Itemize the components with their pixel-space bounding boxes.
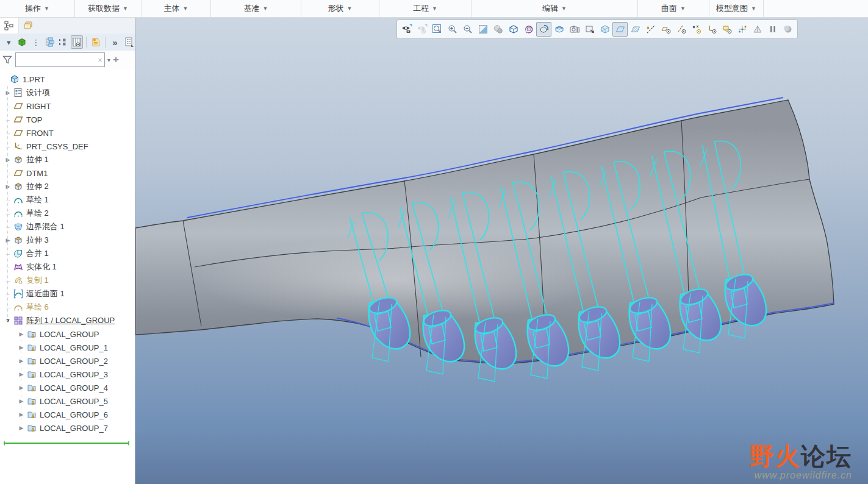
tree-item[interactable]: –逼近曲面 1: [0, 287, 135, 301]
expand-arrow-icon[interactable]: ▶: [17, 425, 26, 431]
expand-arrow-icon[interactable]: ▶: [17, 411, 26, 418]
expand-arrow-icon[interactable]: ▶: [17, 358, 26, 364]
tree-item[interactable]: –边界混合 1: [0, 220, 135, 233]
tree-item[interactable]: –FRONT: [0, 126, 135, 140]
tree-item[interactable]: –草绘 2: [0, 207, 135, 220]
tree-item[interactable]: –DTM1: [0, 166, 135, 180]
expand-arrow-icon[interactable]: ▶: [17, 385, 26, 391]
design-items-icon: [13, 87, 24, 98]
tree-item[interactable]: –合并 1: [0, 247, 135, 260]
menu-9[interactable]: 模型意图▼: [709, 0, 764, 17]
annotations-button[interactable]: [90, 35, 102, 49]
tree-item[interactable]: –复制 1: [0, 274, 135, 287]
collapse-all-button[interactable]: [57, 35, 69, 49]
shading-button[interactable]: [490, 22, 506, 37]
tree-item[interactable]: –RIGHT: [0, 99, 135, 113]
tree-root-item[interactable]: 1.PRT: [0, 73, 135, 86]
menu-2[interactable]: 获取数据▼: [75, 0, 142, 17]
menu-label: 操作: [25, 3, 41, 14]
tree-item[interactable]: –TOP: [0, 113, 135, 126]
datum-plane-icon: [13, 114, 24, 125]
show-list-arrow-button[interactable]: ▾: [2, 35, 15, 49]
group-icon: [26, 422, 37, 433]
tree-columns-button[interactable]: [71, 35, 83, 49]
plane-display-icon: [615, 24, 626, 35]
more-chevrons-button[interactable]: »: [109, 35, 121, 49]
expand-arrow-icon[interactable]: ▶: [17, 398, 26, 404]
display-box-button[interactable]: [597, 22, 612, 37]
display-style-button[interactable]: [506, 22, 521, 37]
pause-button[interactable]: [765, 22, 780, 37]
part-icon: [9, 74, 21, 85]
tree-item[interactable]: ▶拉伸 2: [0, 180, 135, 193]
tree-item[interactable]: –PRT_CSYS_DEF: [0, 140, 135, 153]
visible-views-button[interactable]: [399, 22, 414, 37]
model-cube-button[interactable]: [16, 35, 28, 49]
filter-clear-icon[interactable]: ×: [96, 55, 104, 65]
group-icon: [26, 369, 37, 380]
graphics-viewport[interactable]: 野火论坛 www.proewildfire.cn: [135, 18, 868, 484]
repaint-button[interactable]: [475, 22, 490, 37]
view-images-button[interactable]: [567, 22, 582, 37]
separator-dots-button[interactable]: ⋮: [30, 35, 42, 49]
point-display-button[interactable]: [689, 22, 704, 37]
tree-item[interactable]: ▶拉伸 1: [0, 153, 135, 166]
dragger-button[interactable]: [750, 22, 765, 37]
expand-all-button[interactable]: [43, 35, 56, 49]
clip-button[interactable]: [780, 22, 795, 37]
expand-arrow-icon[interactable]: ▶: [4, 157, 12, 163]
tree-filter-input[interactable]: [16, 54, 96, 66]
menu-caret-icon: ▼: [183, 5, 188, 12]
annotation-display-button[interactable]: [719, 22, 734, 37]
saved-orientations-button[interactable]: [521, 22, 536, 37]
expand-arrow-icon[interactable]: ▶: [4, 237, 12, 243]
menu-5[interactable]: 形状▼: [301, 0, 379, 17]
expand-arrow-icon[interactable]: ▶: [4, 183, 12, 190]
tree-item[interactable]: –草绘 1: [0, 193, 135, 207]
merge-icon: [13, 248, 24, 259]
group-icon: [26, 422, 38, 433]
tree-item[interactable]: ▶设计项: [0, 86, 135, 99]
folder-browser-tab[interactable]: [19, 18, 37, 34]
recent-views-button[interactable]: [414, 22, 429, 37]
zoom-in-button[interactable]: [445, 22, 460, 37]
menu-4[interactable]: 基准▼: [211, 0, 301, 17]
axis-tag-display-button[interactable]: [673, 22, 689, 37]
tree-options-button[interactable]: [123, 35, 135, 49]
insertion-locator[interactable]: [3, 437, 135, 448]
zoom-refit-button[interactable]: [429, 22, 445, 37]
menu-6[interactable]: 工程▼: [379, 0, 472, 17]
csys-display-button[interactable]: [704, 22, 719, 37]
3d-model-canvas[interactable]: [135, 18, 868, 484]
menu-8[interactable]: 曲面▼: [638, 0, 709, 17]
expand-arrow-icon[interactable]: ▶: [17, 331, 26, 337]
spin-center-button[interactable]: [734, 22, 750, 37]
collapse-arrow-icon[interactable]: ▼: [4, 318, 12, 324]
tree-stub: –: [4, 196, 12, 204]
zoom-out-button[interactable]: [460, 22, 475, 37]
model-tree-tab[interactable]: [0, 18, 19, 34]
plane-display-button[interactable]: [612, 22, 628, 37]
filter-funnel-icon[interactable]: [2, 54, 13, 65]
section-view-button[interactable]: [551, 22, 567, 37]
menu-1[interactable]: 操作▼: [0, 0, 75, 17]
tree-item[interactable]: –实体化 1: [0, 260, 135, 274]
filter-dropdown-icon[interactable]: ▾: [107, 57, 110, 63]
tree-item[interactable]: –草绘 6: [0, 301, 135, 314]
axis-display-button[interactable]: [643, 22, 658, 37]
expand-arrow-icon[interactable]: ▶: [4, 90, 12, 96]
menu-bar: 操作▼获取数据▼主体▼基准▼形状▼工程▼编辑▼曲面▼模型意图▼: [0, 0, 868, 18]
tree-item-label: LOCAL_GROUP_4: [38, 383, 108, 393]
expand-arrow-icon[interactable]: ▶: [17, 344, 26, 351]
menu-7[interactable]: 编辑▼: [472, 0, 638, 17]
menu-3[interactable]: 主体▼: [142, 0, 211, 17]
plane-tag-display-button[interactable]: [658, 22, 673, 37]
view-manager-button[interactable]: [536, 22, 551, 37]
tree-item[interactable]: ▼阵列 1 / LOCAL_GROUP: [0, 314, 135, 327]
expand-arrow-icon[interactable]: ▶: [17, 371, 26, 377]
tree-item[interactable]: ▶拉伸 3: [0, 233, 135, 247]
datum-display-button[interactable]: [628, 22, 643, 37]
activate-window-button[interactable]: [582, 22, 597, 37]
filter-add-icon[interactable]: +: [113, 54, 119, 66]
menu-label: 获取数据: [88, 3, 120, 14]
